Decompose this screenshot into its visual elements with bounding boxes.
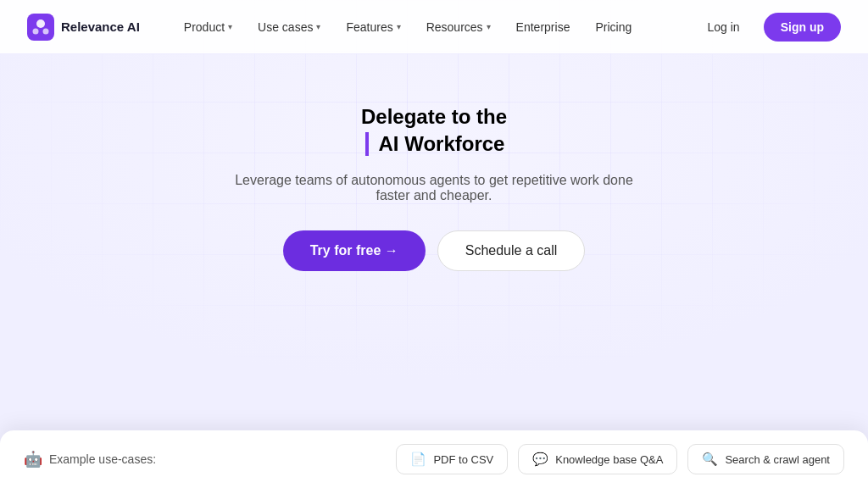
- tag-knowledge-base[interactable]: 💬 Knowledge base Q&A: [518, 444, 677, 474]
- tag-search-crawl[interactable]: 🔍 Search & crawl agent: [687, 444, 844, 474]
- svg-point-1: [36, 19, 45, 28]
- chevron-down-icon: ▾: [316, 22, 320, 31]
- svg-point-2: [33, 28, 39, 34]
- nav-pricing[interactable]: Pricing: [585, 15, 642, 39]
- nav-use-cases[interactable]: Use cases ▾: [248, 15, 331, 39]
- nav-links: Product ▾ Use cases ▾ Features ▾ Resourc…: [174, 15, 694, 39]
- example-label: 🤖 Example use-cases:: [24, 450, 156, 469]
- chevron-down-icon: ▾: [487, 22, 491, 31]
- nav-resources[interactable]: Resources ▾: [416, 15, 501, 39]
- navbar: Relevance AI Product ▾ Use cases ▾ Featu…: [0, 0, 868, 54]
- signup-button[interactable]: Sign up: [764, 13, 841, 42]
- chevron-down-icon: ▾: [228, 22, 232, 31]
- nav-right: Log in Sign up: [694, 13, 841, 42]
- example-emoji-icon: 🤖: [24, 450, 42, 469]
- hero-buttons: Try for free → Schedule a call: [283, 230, 586, 271]
- tag-pdf-to-csv[interactable]: 📄 PDF to CSV: [396, 444, 508, 474]
- hero-subtitle: Leverage teams of autonomous agents to g…: [222, 173, 646, 203]
- svg-point-3: [43, 28, 49, 34]
- schedule-call-button[interactable]: Schedule a call: [437, 230, 586, 271]
- nav-enterprise[interactable]: Enterprise: [506, 15, 581, 39]
- logo-link[interactable]: Relevance AI: [27, 14, 140, 41]
- hero-title-highlight: AI Workforce: [365, 132, 505, 156]
- search-icon: 🔍: [702, 452, 718, 467]
- use-case-tags: 📄 PDF to CSV 💬 Knowledge base Q&A 🔍 Sear…: [173, 444, 844, 474]
- nav-product[interactable]: Product ▾: [174, 15, 242, 39]
- nav-features[interactable]: Features ▾: [336, 15, 410, 39]
- bottom-bar: 🤖 Example use-cases: 📄 PDF to CSV 💬 Know…: [0, 430, 868, 488]
- hero-title: Delegate to the AI Workforce: [361, 105, 507, 156]
- chat-icon: 💬: [532, 452, 548, 467]
- pdf-icon: 📄: [410, 452, 426, 467]
- brand-name: Relevance AI: [61, 19, 140, 34]
- logo-icon: [27, 14, 54, 41]
- chevron-down-icon: ▾: [397, 22, 401, 31]
- login-button[interactable]: Log in: [694, 14, 754, 41]
- try-for-free-button[interactable]: Try for free →: [283, 230, 426, 271]
- hero-section: Delegate to the AI Workforce Leverage te…: [0, 54, 868, 271]
